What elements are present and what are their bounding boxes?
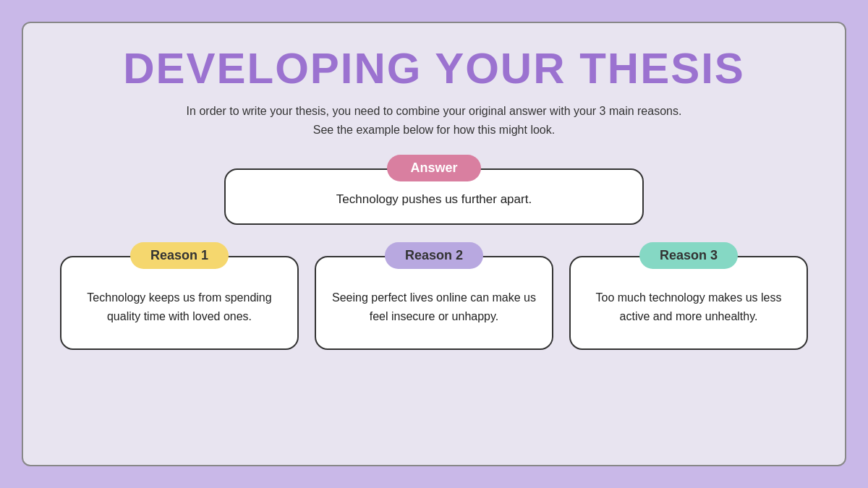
reason-2-box: Seeing perfect lives online can make us …	[315, 256, 553, 350]
answer-badge: Answer	[387, 155, 480, 181]
reason-1-badge: Reason 1	[130, 242, 229, 269]
page-title: DEVELOPING YOUR THESIS	[123, 43, 745, 93]
reason-3-badge: Reason 3	[639, 242, 738, 269]
reason-section-3: Reason 3 Too much technology makes us le…	[569, 242, 808, 350]
reasons-row: Reason 1 Technology keeps us from spendi…	[52, 242, 816, 350]
subtitle-line2: See the example below for how this might…	[313, 124, 555, 136]
answer-section: Answer Technology pushes us further apar…	[224, 155, 644, 225]
reason-3-box: Too much technology makes us less active…	[569, 256, 808, 350]
reason-1-box: Technology keeps us from spending qualit…	[60, 256, 299, 350]
subtitle: In order to write your thesis, you need …	[187, 102, 682, 139]
main-container: DEVELOPING YOUR THESIS In order to write…	[22, 22, 846, 466]
reason-2-badge: Reason 2	[385, 242, 483, 269]
subtitle-line1: In order to write your thesis, you need …	[187, 105, 682, 117]
reason-section-2: Reason 2 Seeing perfect lives online can…	[315, 242, 553, 350]
reason-section-1: Reason 1 Technology keeps us from spendi…	[60, 242, 299, 350]
